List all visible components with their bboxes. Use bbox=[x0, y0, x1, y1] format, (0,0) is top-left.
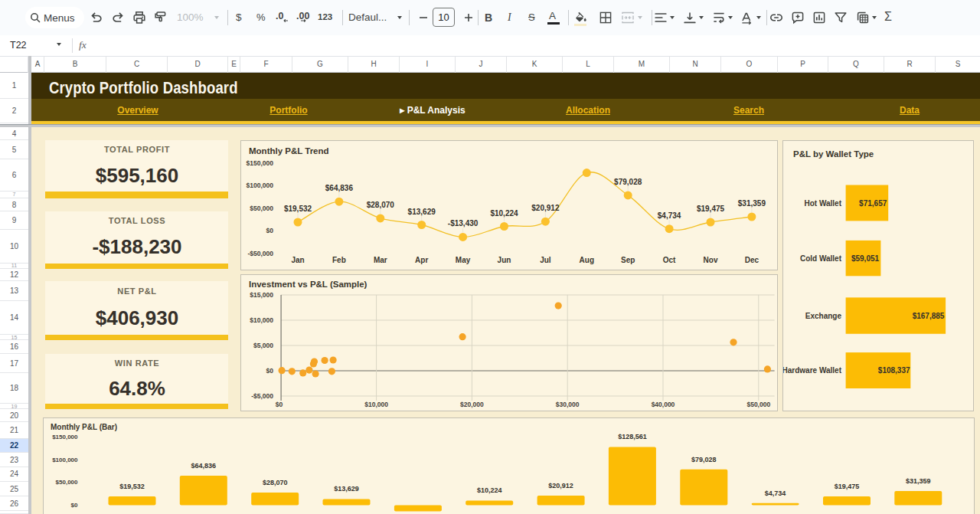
svg-text:$31,359: $31,359 bbox=[906, 477, 931, 485]
svg-text:$10,224: $10,224 bbox=[476, 486, 501, 494]
svg-text:$59,051: $59,051 bbox=[851, 254, 880, 263]
svg-text:$71,657: $71,657 bbox=[859, 199, 887, 208]
svg-text:-$50,000: -$50,000 bbox=[247, 250, 273, 257]
svg-text:Jun: Jun bbox=[498, 256, 511, 264]
svg-text:$10,224: $10,224 bbox=[490, 209, 518, 218]
svg-text:$50,000: $50,000 bbox=[746, 401, 770, 408]
svg-text:$40,000: $40,000 bbox=[652, 401, 675, 408]
svg-text:$19,475: $19,475 bbox=[697, 205, 725, 213]
svg-text:May: May bbox=[456, 256, 471, 264]
svg-text:$79,028: $79,028 bbox=[614, 178, 642, 186]
svg-text:Monthly P&L (Bar): Monthly P&L (Bar) bbox=[51, 423, 117, 431]
svg-text:$150,000: $150,000 bbox=[52, 434, 78, 440]
svg-text:Dec: Dec bbox=[745, 256, 760, 264]
svg-text:P&L by Wallet Type: P&L by Wallet Type bbox=[793, 149, 874, 159]
svg-text:$20,912: $20,912 bbox=[548, 482, 573, 489]
svg-text:$31,359: $31,359 bbox=[738, 199, 766, 208]
svg-text:Jul: Jul bbox=[540, 256, 551, 264]
svg-text:Exchange: Exchange bbox=[805, 312, 842, 320]
svg-text:Mar: Mar bbox=[374, 256, 387, 264]
svg-text:$64,836: $64,836 bbox=[191, 462, 216, 470]
svg-text:Monthly P&L Trend: Monthly P&L Trend bbox=[249, 146, 329, 156]
svg-text:$19,475: $19,475 bbox=[834, 483, 859, 490]
svg-text:$50,000: $50,000 bbox=[55, 479, 77, 486]
svg-text:Sep: Sep bbox=[621, 256, 635, 264]
svg-text:$28,070: $28,070 bbox=[262, 479, 287, 486]
svg-text:$0: $0 bbox=[266, 367, 274, 375]
svg-text:$64,836: $64,836 bbox=[325, 184, 354, 192]
svg-text:Cold Wallet: Cold Wallet bbox=[800, 254, 842, 263]
svg-text:$79,028: $79,028 bbox=[691, 456, 717, 463]
svg-text:$28,070: $28,070 bbox=[367, 201, 395, 209]
svg-text:-$5,000: -$5,000 bbox=[251, 392, 273, 400]
svg-text:Jan: Jan bbox=[291, 256, 304, 264]
svg-text:Investment vs P&L (Sample): Investment vs P&L (Sample) bbox=[249, 280, 368, 289]
svg-text:$0: $0 bbox=[266, 227, 274, 234]
svg-text:-$13,430: -$13,430 bbox=[448, 219, 479, 228]
svg-text:$100,000: $100,000 bbox=[247, 182, 274, 189]
svg-text:$5,000: $5,000 bbox=[253, 342, 273, 349]
svg-text:Hardware Wallet: Hardware Wallet bbox=[782, 366, 842, 375]
svg-text:$150,000: $150,000 bbox=[247, 159, 274, 167]
svg-text:$13,629: $13,629 bbox=[408, 208, 436, 216]
svg-text:Oct: Oct bbox=[663, 256, 676, 264]
svg-text:Aug: Aug bbox=[580, 256, 594, 264]
svg-text:Nov: Nov bbox=[704, 256, 718, 264]
svg-text:$20,912: $20,912 bbox=[531, 204, 560, 212]
svg-text:$15,000: $15,000 bbox=[250, 291, 273, 299]
svg-text:Feb: Feb bbox=[332, 256, 346, 264]
svg-text:$108,337: $108,337 bbox=[878, 366, 910, 375]
svg-text:$0: $0 bbox=[70, 502, 77, 509]
svg-text:Hot Wallet: Hot Wallet bbox=[804, 199, 841, 208]
svg-text:$167,885: $167,885 bbox=[913, 312, 945, 320]
svg-text:$10,000: $10,000 bbox=[364, 401, 388, 408]
svg-text:$20,000: $20,000 bbox=[460, 401, 484, 408]
svg-text:$19,532: $19,532 bbox=[284, 205, 312, 213]
svg-text:$50,000: $50,000 bbox=[250, 205, 273, 212]
svg-text:$19,532: $19,532 bbox=[119, 483, 145, 490]
svg-text:$4,734: $4,734 bbox=[658, 211, 681, 220]
svg-text:$100,000: $100,000 bbox=[52, 457, 78, 463]
svg-text:$10,000: $10,000 bbox=[250, 316, 273, 324]
svg-text:$13,629: $13,629 bbox=[334, 485, 359, 493]
svg-text:$0: $0 bbox=[276, 401, 283, 408]
svg-text:Apr: Apr bbox=[415, 256, 428, 264]
svg-text:$30,000: $30,000 bbox=[556, 401, 580, 408]
svg-text:$4,734: $4,734 bbox=[764, 489, 786, 497]
svg-text:$128,561: $128,561 bbox=[618, 433, 647, 440]
